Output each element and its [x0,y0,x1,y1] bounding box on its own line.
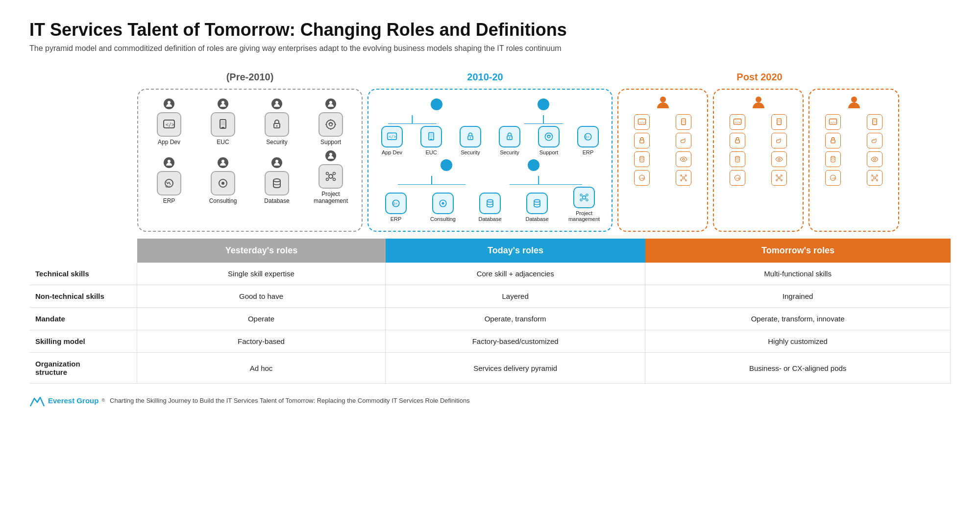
pre2010-support: Support [311,98,350,146]
svg-point-66 [586,194,588,196]
y2010-erp-top: ⚙× ERP [573,126,603,155]
p2020-mobile2-icon [771,114,787,130]
erp-icon: ⚙× [157,171,181,195]
page-subtitle: The pyramid model and commoditized defin… [29,44,951,53]
svg-point-24 [333,172,336,175]
y2010-euc: EUC [416,126,446,155]
y2010-bottom-row: ⚙× ERP Consulting Database [373,187,607,222]
svg-line-129 [876,178,877,179]
roles-header-row: Yesterday's roles Today's roles Tomorrow… [137,239,951,263]
pre2010-erp: ⚙× ERP [149,157,189,204]
y2010-security-right: Security [495,126,524,155]
person-dot [164,98,174,109]
svg-point-18 [221,182,224,185]
y2010-mid-dot-right [528,159,539,171]
svg-point-51 [547,135,550,138]
svg-point-68 [586,199,588,201]
consulting-icon [211,171,235,195]
pre2010-security: Security [257,98,296,146]
svg-point-123 [877,175,878,176]
person-dot [325,98,336,109]
svg-point-23 [326,172,329,175]
y2010-database-right: Database [522,193,552,222]
svg-rect-6 [221,121,225,125]
cell-tomorrow: Multi-functional skills [645,263,951,285]
row-label: Technical skills [29,263,137,285]
svg-point-111 [851,97,857,102]
table-row: Technical skillsSingle skill expertiseCo… [29,263,951,285]
y2010-security-right-icon [499,126,520,147]
appdev-icon: </> [157,112,181,137]
svg-point-79 [640,156,644,158]
svg-line-71 [583,198,584,199]
y2010-security-left-icon [460,126,481,147]
svg-point-19 [275,160,278,163]
pre2010-box: </> App Dev EUC [137,89,363,232]
cell-today: Layered [386,285,645,307]
svg-line-110 [780,178,781,179]
svg-text:⚙×: ⚙× [165,185,170,188]
y2010-support-icon [538,126,560,147]
cell-tomorrow: Operate, transform, innovate [645,308,951,330]
svg-point-117 [831,156,835,158]
p2020-code2-icon: </> [730,114,745,130]
p2020-db1-icon [634,151,650,167]
svg-point-125 [877,179,878,181]
svg-line-70 [585,196,586,196]
table-row: MandateOperateOperate, transformOperate,… [29,308,951,330]
svg-line-126 [873,176,874,177]
y2010-security-left: Security [456,126,485,155]
p2020-hands2-icon [771,133,787,148]
cell-today: Factory-based/customized [386,330,645,352]
cell-tomorrow: Highly customized [645,330,951,352]
svg-point-0 [168,101,171,104]
footer-brand: Everest Group [48,396,98,405]
pre2010-bottom-row: ⚙× ERP Consulting [143,150,357,204]
pre2010-consulting: Consulting [203,157,243,204]
p2020-hands-icon [676,133,691,148]
era-label-pre2010: (Pre-2010) [137,68,363,89]
era-labels-row: (Pre-2010) 2010-20 Post 2020 [137,68,951,89]
y2010-top-dot-right [538,98,549,110]
svg-line-108 [780,176,781,177]
svg-point-62 [487,199,493,202]
svg-point-3 [221,101,224,104]
svg-point-84 [681,175,682,176]
y2010-database-left: Database [475,193,505,222]
p2020-lock1-icon [634,133,650,148]
post2020-box-2: </> [713,89,804,232]
svg-point-63 [534,199,540,202]
svg-line-91 [685,178,686,179]
y2010-appdev: </> App Dev [377,126,407,155]
y2010-top-row: </> App Dev EUC Security [373,126,607,155]
yesterday-roles-header: Yesterday's roles [137,239,386,263]
svg-text:⚙×: ⚙× [392,202,397,205]
pre2010-database-label: Database [264,197,289,204]
row-label: Skilling model [29,330,137,352]
svg-point-67 [580,199,582,201]
svg-text:×⊗: ×⊗ [735,176,740,180]
cell-yesterday: Single skill expertise [137,263,386,285]
svg-line-109 [778,178,779,179]
p2020-x1-icon: ×⊗ [634,170,650,186]
p2020-nodes1-icon [676,170,691,186]
pre2010-database: Database [257,157,296,204]
svg-line-89 [685,176,686,177]
svg-point-86 [681,179,682,181]
pre2010-euc: EUC [203,98,243,146]
pre2010-pm: Projectmanagement [311,150,350,204]
svg-text:</>: </> [389,134,396,139]
svg-line-127 [876,176,877,177]
p2020-nodes3-icon [867,170,882,186]
pre2010-support-label: Support [320,139,341,146]
y2010-database-right-icon [526,193,548,214]
y2010-database-left-icon [479,193,501,214]
y2010-appdev-icon: </> [381,126,403,147]
svg-text:×⊗: ×⊗ [831,176,835,180]
svg-rect-116 [831,140,835,143]
cell-yesterday: Operate [137,308,386,330]
svg-point-92 [756,97,761,102]
pre2010-erp-label: ERP [163,197,175,204]
row-label: Organizationstructure [29,353,137,383]
svg-point-25 [326,178,329,181]
